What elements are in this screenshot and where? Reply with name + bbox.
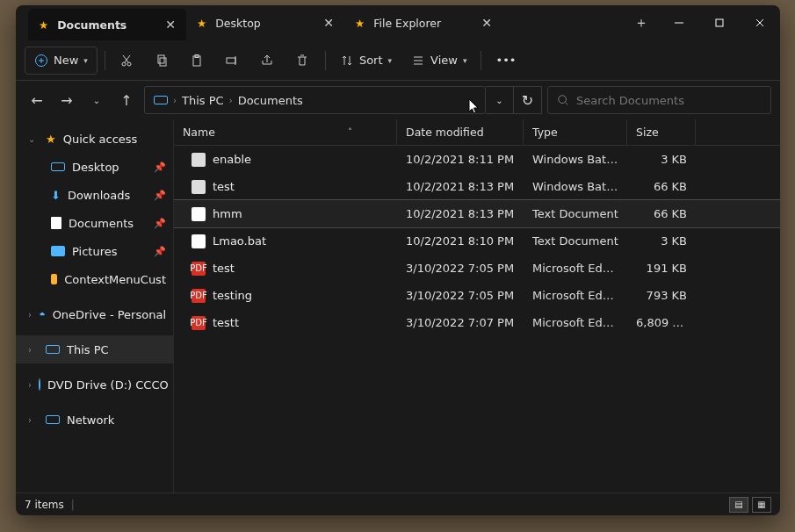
separator [105, 51, 105, 70]
plus-circle-icon [34, 54, 48, 68]
svg-rect-0 [716, 19, 723, 26]
col-date[interactable]: Date modified [397, 119, 524, 145]
paste-button[interactable] [183, 47, 213, 75]
sort-button[interactable]: Sort ▾ [333, 47, 399, 75]
tab-label: Desktop [215, 17, 261, 30]
sidebar-this-pc[interactable]: › This PC [16, 335, 173, 363]
file-name: testing [213, 289, 252, 302]
cut-button[interactable] [112, 47, 142, 75]
file-size: 3 KB [627, 153, 696, 166]
view-button[interactable]: View ▾ [404, 47, 473, 75]
refresh-button[interactable]: ↻ [514, 86, 542, 114]
addr-dropdown-button[interactable]: ⌄ [486, 86, 514, 114]
monitor-icon [46, 345, 60, 354]
tab[interactable]: ★Desktop✕ [186, 5, 344, 40]
close-tab-button[interactable]: ✕ [165, 18, 176, 31]
onedrive-label: OneDrive - Personal [53, 308, 166, 321]
this-pc-label: This PC [67, 343, 109, 356]
sidebar-item-label: Downloads [68, 189, 130, 202]
file-row[interactable]: PDFtest3/10/2022 7:05 PMMicrosoft Edge P… [174, 255, 780, 282]
new-tab-button[interactable]: ＋ [624, 5, 659, 40]
tab-strip: ★Documents✕★Desktop✕★File Explorer✕ [16, 5, 624, 40]
new-button[interactable]: New ▾ [25, 47, 98, 75]
close-tab-button[interactable]: ✕ [481, 17, 492, 29]
bat-file-icon [192, 153, 206, 167]
chevron-right-icon: › [28, 415, 39, 425]
tab-label: Documents [57, 18, 126, 32]
file-type: Windows Batch File [524, 153, 627, 166]
tab[interactable]: ★Documents✕ [28, 9, 186, 40]
star-icon: ★ [39, 18, 48, 32]
file-row[interactable]: PDFtestt3/10/2022 7:07 PMMicrosoft Edge … [174, 309, 780, 336]
sidebar-network[interactable]: › Network [16, 406, 173, 434]
sidebar-quick-access[interactable]: ⌄ ★ Quick access [16, 125, 173, 153]
sidebar: ⌄ ★ Quick access Desktop📌⬇Downloads📌Docu… [16, 119, 174, 492]
file-date: 10/2/2021 8:13 PM [397, 180, 524, 193]
chevron-right-icon: › [28, 380, 32, 390]
item-count: 7 items [25, 499, 64, 511]
svg-point-3 [127, 62, 131, 66]
image-icon [51, 246, 65, 256]
close-window-button[interactable] [740, 5, 780, 40]
file-row[interactable]: Lmao.bat10/2/2021 8:10 PMText Document3 … [174, 227, 780, 255]
file-name: test [213, 262, 235, 275]
pin-icon: 📌 [154, 218, 166, 229]
sidebar-pinned-item[interactable]: Documents📌 [16, 209, 173, 237]
sidebar-pinned-item[interactable]: Desktop📌 [16, 153, 173, 181]
file-type: Windows Batch File [524, 180, 627, 193]
copy-button[interactable] [148, 47, 177, 75]
status-bar: 7 items | ▤ ▦ [16, 492, 780, 515]
pdf-file-icon: PDF [192, 316, 206, 330]
sidebar-pinned-item[interactable]: ⬇Downloads📌 [16, 181, 173, 209]
pdf-file-icon: PDF [192, 289, 206, 303]
file-size: 191 KB [627, 262, 696, 275]
file-type: Text Document [524, 207, 627, 220]
close-tab-button[interactable]: ✕ [323, 17, 334, 29]
sidebar-onedrive[interactable]: › OneDrive - Personal [16, 300, 173, 328]
folder-icon [51, 274, 57, 284]
star-icon: ★ [355, 17, 365, 30]
file-size: 6,809 KB [627, 316, 696, 329]
more-button[interactable]: ••• [488, 47, 523, 75]
share-button[interactable] [253, 47, 283, 75]
col-size[interactable]: Size [627, 119, 696, 145]
column-header: Name ˄ Date modified Type Size [174, 119, 780, 146]
separator [481, 51, 481, 70]
file-row[interactable]: enable10/2/2021 8:11 PMWindows Batch Fil… [174, 146, 780, 173]
sidebar-pinned-item[interactable]: Pictures📌 [16, 237, 173, 265]
icons-view-button[interactable]: ▦ [752, 497, 771, 513]
sidebar-pinned-item[interactable]: ContextMenuCust [16, 265, 173, 293]
file-row[interactable]: hmm10/2/2021 8:13 PMText Document66 KB [174, 200, 780, 227]
pc-icon [148, 96, 173, 104]
tab[interactable]: ★File Explorer✕ [344, 5, 502, 40]
svg-rect-8 [227, 58, 235, 63]
file-explorer-window: ★Documents✕★Desktop✕★File Explorer✕ ＋ Ne… [16, 5, 780, 515]
file-date: 3/10/2022 7:05 PM [397, 289, 524, 302]
search-box[interactable] [547, 86, 771, 114]
maximize-button[interactable] [699, 5, 740, 40]
address-bar[interactable]: › This PC › Documents [144, 86, 486, 114]
chevron-down-icon: ▾ [83, 56, 88, 65]
details-view-button[interactable]: ▤ [729, 497, 748, 513]
disc-icon [39, 378, 40, 391]
file-row[interactable]: test10/2/2021 8:13 PMWindows Batch File6… [174, 173, 780, 200]
search-input[interactable] [576, 94, 762, 107]
file-date: 3/10/2022 7:05 PM [397, 262, 524, 275]
breadcrumb-leaf[interactable]: Documents [233, 94, 308, 107]
file-name: Lmao.bat [213, 234, 266, 248]
back-button[interactable]: ← [25, 88, 49, 112]
recent-button[interactable]: ⌄ [84, 88, 109, 112]
col-name[interactable]: Name ˄ [174, 119, 397, 145]
minimize-button[interactable] [659, 5, 699, 40]
breadcrumb-root[interactable]: This PC [177, 94, 229, 107]
svg-rect-5 [160, 58, 166, 66]
forward-button[interactable]: → [54, 88, 79, 112]
file-row[interactable]: PDFtesting3/10/2022 7:05 PMMicrosoft Edg… [174, 282, 780, 309]
delete-button[interactable] [288, 47, 318, 75]
file-list[interactable]: enable10/2/2021 8:11 PMWindows Batch Fil… [174, 146, 780, 492]
sidebar-dvd[interactable]: › DVD Drive (D:) CCCO [16, 370, 173, 399]
up-button[interactable]: ↑ [114, 88, 139, 112]
rename-button[interactable] [218, 47, 248, 75]
col-type[interactable]: Type [524, 119, 627, 145]
chevron-down-icon: ▾ [463, 56, 467, 65]
